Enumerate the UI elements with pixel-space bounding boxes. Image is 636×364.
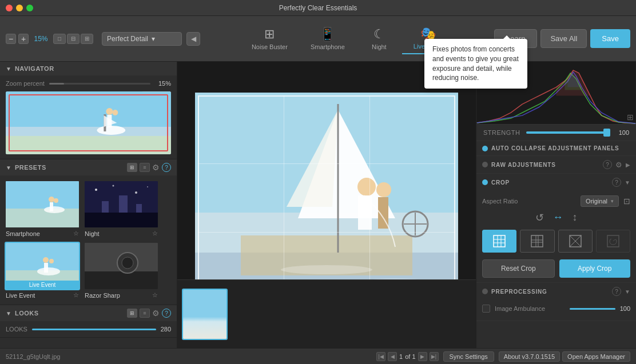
preset-dropdown-value: Perfect Detail	[107, 35, 148, 43]
preset-card-razor-sharp[interactable]: Razor Sharp ☆	[84, 242, 159, 300]
crop-header[interactable]: CROP ? ▼	[476, 174, 636, 191]
canvas-image	[195, 93, 458, 304]
preset-star-night[interactable]: ☆	[152, 230, 158, 237]
preprocessing-header[interactable]: PREPROCESSING ? ▼	[476, 283, 636, 300]
preset-card-smartphone[interactable]: Smartphone ☆	[5, 180, 80, 238]
crop-grid-spiral-button[interactable]	[596, 230, 630, 253]
window-title: Perfectly Clear Essentials	[279, 4, 357, 12]
strength-slider[interactable]	[526, 131, 610, 134]
preset-star-razor-sharp[interactable]: ☆	[152, 291, 158, 299]
preset-dropdown[interactable]: Perfect Detail ▾	[102, 32, 182, 46]
navigator-preview	[6, 91, 171, 154]
preset-card-live-event[interactable]: Live Event Live Event ☆	[5, 242, 80, 300]
looks-slider[interactable]	[32, 329, 156, 330]
page-last-button[interactable]: ▶|	[430, 352, 439, 361]
close-button[interactable]	[6, 5, 13, 11]
zoom-label: Zoom percent	[6, 80, 45, 87]
apply-crop-button[interactable]: Apply Crop	[559, 259, 631, 278]
preset-star-smartphone[interactable]: ☆	[73, 230, 79, 237]
presets-list-view-button[interactable]: ≡	[140, 163, 150, 172]
view-single-button[interactable]: □	[53, 34, 66, 44]
save-all-button[interactable]: Save All	[540, 29, 587, 48]
page-prev-button[interactable]: ◀	[388, 352, 397, 361]
crop-title: CROP	[491, 179, 609, 186]
looks-gear-icon[interactable]: ⚙	[152, 309, 160, 318]
presets-help-button[interactable]: ?	[162, 163, 171, 172]
tab-smartphone[interactable]: 📱 Smartphone	[299, 23, 356, 54]
crop-help-button[interactable]: ?	[612, 178, 621, 187]
page-first-button[interactable]: |◀	[376, 352, 385, 361]
svg-point-41	[357, 178, 376, 196]
crop-grid-phi-button[interactable]	[520, 230, 554, 253]
looks-list-view-button[interactable]: ≡	[140, 309, 150, 318]
nav-prev-button[interactable]: ◀	[186, 32, 200, 46]
tab-night[interactable]: ☾ Night	[356, 23, 402, 54]
auto-collapse-row[interactable]: AUTO COLLAPSE ADJUSTMENT PANELS	[476, 141, 636, 156]
svg-point-26	[37, 267, 60, 275]
preset-card-night[interactable]: Night ☆	[84, 180, 159, 238]
open-apps-manager-button[interactable]: Open Apps Manager	[562, 351, 630, 362]
crop-grid-thirds-button[interactable]	[482, 230, 516, 253]
svg-rect-31	[85, 271, 159, 290]
preset-card-label-live-event: Live Event ☆	[5, 290, 80, 300]
raw-adjustments-title: RAW ADJUSTMENTS	[491, 162, 599, 168]
svg-point-16	[95, 189, 97, 191]
reset-crop-button[interactable]: Reset Crop	[482, 259, 555, 278]
strength-value: 100	[615, 129, 629, 136]
preprocessing-content: Image Ambulance 100	[476, 300, 636, 321]
zoom-controls: − + 15% □ ⊟ ⊞	[6, 34, 97, 44]
preprocessing-help-button[interactable]: ?	[612, 287, 621, 296]
minimize-button[interactable]	[16, 5, 23, 11]
histogram-expand-icon[interactable]: ⊞	[627, 113, 634, 122]
aspect-expand-icon[interactable]: ⊡	[623, 197, 630, 206]
svg-point-11	[44, 206, 65, 213]
filmstrip-item[interactable]	[182, 289, 228, 340]
noise-buster-icon: ⊞	[264, 27, 275, 42]
image-ambulance-slider[interactable]	[570, 308, 615, 310]
aspect-ratio-value: Original	[586, 198, 607, 205]
auto-collapse-dot	[482, 146, 488, 151]
crop-flip-h-button[interactable]: ↔	[553, 211, 563, 224]
maximize-button[interactable]	[26, 5, 33, 11]
view-split-button[interactable]: ⊟	[67, 34, 80, 44]
presets-header: ▼ PRESETS ⊞ ≡ ⚙ ?	[0, 159, 177, 175]
page-next-button[interactable]: ▶	[418, 352, 427, 361]
zoom-track-fill	[49, 83, 65, 85]
crop-rotate-ccw-button[interactable]: ↺	[535, 211, 544, 224]
svg-rect-10	[6, 209, 80, 229]
preset-star-live-event[interactable]: ☆	[73, 291, 79, 299]
svg-point-17	[113, 185, 114, 187]
raw-adjustments-help-button[interactable]: ?	[603, 160, 612, 169]
aspect-ratio-dropdown[interactable]: Original ▾	[581, 195, 619, 207]
presets-gear-icon[interactable]: ⚙	[152, 163, 160, 172]
sync-settings-button[interactable]: Sync Settings	[443, 351, 494, 362]
navigator-header[interactable]: ▼ NAVIGATOR	[0, 62, 177, 75]
crop-grid-diagonal-button[interactable]	[558, 230, 593, 253]
about-button[interactable]: About v3.7.0.1515	[499, 351, 560, 362]
view-grid-button[interactable]: ⊞	[81, 34, 93, 44]
zoom-out-button[interactable]: −	[6, 34, 16, 44]
svg-rect-22	[119, 195, 128, 213]
raw-adjustments-gear-icon[interactable]: ⚙	[615, 161, 622, 169]
save-button[interactable]: Save	[590, 29, 630, 48]
crop-grid-options	[482, 230, 630, 253]
image-ambulance-checkbox[interactable]	[482, 305, 490, 313]
page-of: of 1	[405, 353, 415, 360]
raw-adjustments-header[interactable]: RAW ADJUSTMENTS ? ⚙ ▶	[476, 156, 636, 173]
tab-noise-buster[interactable]: ⊞ Noise Buster	[240, 23, 299, 54]
presets-title: PRESETS	[15, 164, 124, 171]
looks-grid-view-button[interactable]: ⊞	[127, 309, 137, 318]
presets-grid-view-button[interactable]: ⊞	[127, 163, 137, 172]
raw-adjustments-dot	[482, 162, 488, 167]
preset-name-live-event: Live Event	[6, 292, 35, 299]
zoom-track[interactable]	[49, 83, 150, 85]
preset-card-label-smartphone: Smartphone ☆	[5, 229, 80, 238]
crop-flip-v-button[interactable]: ↕	[573, 211, 578, 224]
looks-slider-label: LOOKS	[6, 326, 27, 333]
left-panel: ▼ NAVIGATOR Zoom percent 15%	[0, 62, 177, 348]
preset-card-img-smartphone	[5, 180, 80, 229]
looks-help-button[interactable]: ?	[162, 309, 171, 318]
zoom-in-button[interactable]: +	[18, 34, 29, 44]
strength-row: STRENGTH 100	[476, 125, 636, 141]
crop-section: CROP ? ▼ Aspect Ratio Original ▾ ⊡ ↺ ↔ ↕	[476, 174, 636, 283]
